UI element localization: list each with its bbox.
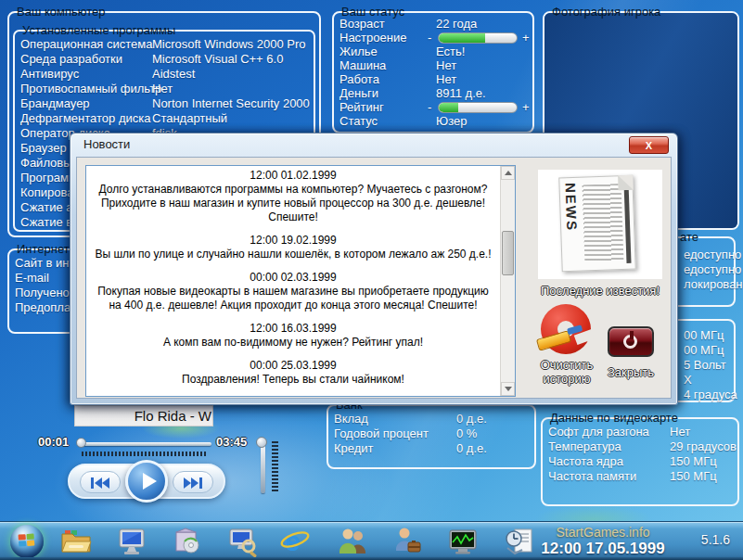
total-time: 03:45 <box>216 435 247 449</box>
news-timestamp: 12:00 16.03.1999 <box>90 322 496 336</box>
search-icon[interactable] <box>227 526 259 557</box>
panel-title: Данные по видеокарте <box>550 411 678 426</box>
scroll-up-button[interactable] <box>501 166 515 180</box>
minus-sign: - <box>428 31 431 45</box>
minus-sign: - <box>428 100 431 114</box>
game-datetime: 12:00 17.05.1999 <box>525 540 681 558</box>
panel-title: Установленные программы <box>22 23 175 38</box>
arrow-up-icon <box>505 171 512 175</box>
scrollbar-thumb[interactable] <box>502 231 514 275</box>
news-content: 12:00 01.02.1999Долго устанавливаются пр… <box>90 169 496 396</box>
news-entry: 12:00 01.02.1999Долго устанавливаются пр… <box>90 169 496 224</box>
news-entry: 12:00 19.02.1999Вы шли по улице и случай… <box>90 234 496 261</box>
scroll-down-button[interactable] <box>501 382 515 396</box>
program-row: АнтивирусAidstest <box>15 67 314 82</box>
news-timestamp: 12:00 19.02.1999 <box>90 234 496 248</box>
news-entry: 00:00 02.03.1999Покупая новые видеокарты… <box>90 271 496 312</box>
videocard-value: 29 градусов <box>670 439 737 454</box>
videocard-row: Частота памяти150 МГц <box>543 469 737 484</box>
rating-bar[interactable] <box>438 102 518 113</box>
dialog-title: Новости <box>83 137 130 151</box>
task-manager-icon[interactable] <box>447 526 479 557</box>
volume-ticks <box>272 441 278 493</box>
news-scrollbar[interactable] <box>500 166 515 396</box>
close-button[interactable]: X <box>629 136 669 154</box>
program-row: Противоспамный фильтрНет <box>15 82 314 96</box>
track-title: Flo Rida - W <box>74 405 213 426</box>
status-value: Нет <box>436 58 456 73</box>
status-row: Деньги8911 д.е. <box>334 86 532 100</box>
worker-icon[interactable] <box>393 526 425 557</box>
rating-bar-fill <box>439 103 458 112</box>
bank-value: 0 д.е. <box>456 441 487 456</box>
status-row: РаботаНет <box>334 72 532 86</box>
newspaper-bar <box>623 182 631 263</box>
program-value: Norton Internet Security 2000 <box>152 96 310 111</box>
play-icon <box>141 472 158 490</box>
close-dialog-button[interactable] <box>608 326 654 357</box>
desktop: Ваш компьютер Установленные программы Оп… <box>0 0 743 560</box>
panel-videocard: Данные по видеокарте Софт для разгонаНет… <box>541 417 739 506</box>
videocard-value: 150 МГц <box>670 469 717 484</box>
status-row-rating: Рейтинг - + <box>334 100 532 114</box>
program-value: Стандартный <box>152 111 227 126</box>
explorer-folder-icon[interactable] <box>60 526 92 557</box>
next-icon <box>182 476 204 490</box>
news-text: Покупая новые видеокарты в нашем магазин… <box>90 285 496 312</box>
videocard-value: Нет <box>670 425 690 439</box>
program-label: Браузер <box>20 141 67 156</box>
news-text: Долго устанавливаются программы на компь… <box>90 183 496 224</box>
my-computer-icon[interactable] <box>116 526 147 557</box>
news-entry: 12:00 16.03.1999А комп вам по-видимому н… <box>90 322 496 350</box>
status-list: Возраст22 года Настроение - + ЖильеЕсть!… <box>334 17 532 128</box>
plus-sign: + <box>522 100 530 114</box>
clear-history-button[interactable] <box>541 304 591 354</box>
news-image-box: NEWS <box>538 170 662 279</box>
bank-value: 0 % <box>456 426 477 441</box>
progress-slider[interactable] <box>78 442 211 446</box>
program-value: Aidstest <box>152 67 195 82</box>
close-icon: X <box>646 140 652 151</box>
windows-flag-icon <box>18 533 35 548</box>
dialog-body: 12:00 01.02.1999Долго устанавливаются пр… <box>76 157 672 399</box>
users-icon[interactable] <box>338 526 369 557</box>
program-label: Противоспамный фильтр <box>20 82 161 96</box>
internet-explorer-icon[interactable]: e <box>279 526 311 557</box>
internet-label: Сайт в инт <box>15 256 75 271</box>
bank-row: Годовой процент0 % <box>328 426 534 441</box>
next-track-button[interactable] <box>173 471 213 493</box>
close-dialog-label: Закрыть <box>596 365 666 379</box>
videocard-value: 150 МГц <box>670 454 717 469</box>
program-row: Дефрагментатор дискаСтандартный <box>15 111 314 126</box>
start-button[interactable] <box>10 525 44 558</box>
videocard-row: Частота ядра150 МГц <box>543 454 737 469</box>
progress-knob[interactable] <box>76 438 86 448</box>
previous-track-button[interactable] <box>80 471 121 493</box>
mood-bar-fill <box>439 33 485 43</box>
newspaper-lines <box>583 184 624 262</box>
bank-row: Кредит0 д.е. <box>328 441 534 456</box>
taskbar: e StartGames.info 12:00 17.05.1999 5.1.6 <box>0 521 743 560</box>
program-label: Брандмауер <box>20 96 90 111</box>
status-row: СтатусЮзер <box>334 114 532 128</box>
news-listbox[interactable]: 12:00 01.02.1999Долго устанавливаются пр… <box>85 165 516 397</box>
news-word: NEWS <box>562 183 580 233</box>
software-install-icon[interactable] <box>172 526 203 557</box>
status-row-mood: Настроение - + <box>334 31 532 45</box>
program-value: Microsoft Visual C++ 6.0 <box>152 52 283 67</box>
newspaper-fold <box>618 175 634 191</box>
news-entry: 00:00 25.03.1999Поздравления! Теперь вы … <box>90 359 496 387</box>
previous-icon <box>89 476 111 490</box>
play-button[interactable] <box>125 460 168 503</box>
plus-sign: + <box>522 31 530 45</box>
version-label: 5.1.6 <box>701 532 730 547</box>
program-row: БрандмауерNorton Internet Security 2000 <box>15 96 314 111</box>
mood-bar[interactable] <box>438 32 518 44</box>
program-value: Нет <box>152 82 173 96</box>
volume-knob[interactable] <box>256 437 267 448</box>
bank-value: 0 д.е. <box>456 412 487 426</box>
program-label: Антивирус <box>20 67 79 82</box>
panel-title: Ваш компьютер <box>17 5 106 19</box>
news-timestamp: 00:00 02.03.1999 <box>90 271 496 285</box>
status-row: ЖильеЕсть! <box>334 45 532 58</box>
